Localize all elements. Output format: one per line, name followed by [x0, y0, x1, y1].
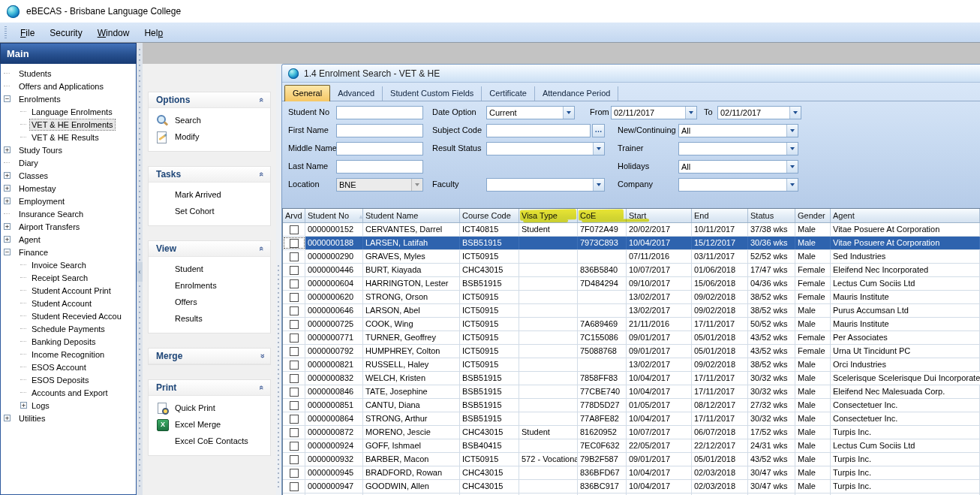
sidebar-splitter[interactable]: ‹	[137, 43, 143, 495]
chevron-down-icon[interactable]	[786, 125, 798, 137]
panel-options-header[interactable]: Options«	[149, 92, 270, 108]
chevron-down-icon[interactable]	[786, 161, 798, 173]
chevron-down-icon[interactable]	[786, 179, 798, 191]
chevron-down-icon[interactable]	[789, 107, 801, 119]
sidebar-item-accounts-and-export[interactable]: Accounts and Export	[1, 386, 136, 399]
sidebar-item-student-account[interactable]: Student Account	[1, 297, 136, 309]
cell-arvd[interactable]	[283, 412, 305, 425]
enrolments-action[interactable]: Enrolments	[149, 277, 270, 294]
table-row[interactable]: 0000000446BURT, KiayadaCHC43015836B58401…	[283, 264, 980, 277]
cell-arvd[interactable]	[283, 291, 305, 303]
column-header-arvd[interactable]: Arvd	[283, 209, 305, 222]
column-header-student_name[interactable]: Student Name	[363, 209, 460, 222]
cell-arvd[interactable]	[283, 318, 305, 331]
table-row[interactable]: 0000000932BARBER, MaconICT50915572 - Voc…	[283, 453, 980, 466]
cell-arvd[interactable]	[283, 358, 305, 371]
sidebar-item-enrolments[interactable]: −Enrolments	[1, 92, 136, 105]
sidebar-item-classes[interactable]: +Classes	[1, 169, 136, 182]
chevron-down-icon[interactable]	[563, 107, 574, 119]
arrived-checkbox[interactable]	[290, 455, 299, 464]
chevron-collapse-icon[interactable]: «	[257, 172, 266, 177]
menu-window[interactable]: Window	[90, 25, 137, 42]
table-row[interactable]: 0000000152CERVANTES, DarrelICT40815Stude…	[283, 223, 980, 237]
sidebar-item-income-recognition[interactable]: Income Recognition	[1, 348, 136, 361]
child-window-title-bar[interactable]: 1.4 Enrolment Search - VET & HE	[282, 65, 980, 83]
sidebar-item-vet-he-enrolments[interactable]: VET & HE Enrolments	[1, 118, 136, 131]
sidebar-item-offers-and-applications[interactable]: Offers and Applications	[1, 80, 136, 92]
set-cohort-action[interactable]: Set Cohort	[149, 203, 270, 219]
cell-arvd[interactable]	[283, 304, 305, 317]
chevron-down-icon[interactable]	[593, 179, 604, 191]
sidebar-item-banking-deposits[interactable]: Banking Deposits	[1, 335, 136, 348]
cell-arvd[interactable]	[283, 345, 305, 358]
table-row[interactable]: 0000000771TURNER, GeoffreyICT509157C1550…	[283, 331, 980, 345]
middle-name-input[interactable]	[336, 142, 423, 155]
panel-tasks-header[interactable]: Tasks«	[149, 167, 270, 183]
cell-arvd[interactable]	[283, 399, 305, 412]
collapse-sidebar-arrow-icon[interactable]: ‹	[137, 262, 143, 282]
table-row[interactable]: 0000000792HUMPHREY, ColtonICT50915750887…	[283, 345, 980, 358]
expand-icon[interactable]: +	[4, 415, 11, 421]
search-action[interactable]: Search	[149, 112, 270, 128]
chevron-expand-icon[interactable]: «	[257, 354, 266, 358]
cell-arvd[interactable]	[283, 453, 305, 466]
arrived-checkbox[interactable]	[290, 428, 299, 437]
table-row[interactable]: 0000000872MORENO, JescieCHC43015Student8…	[283, 426, 980, 439]
cell-arvd[interactable]	[283, 223, 305, 236]
cell-arvd[interactable]	[283, 237, 305, 249]
chevron-collapse-icon[interactable]: «	[257, 385, 266, 390]
arrived-checkbox[interactable]	[290, 239, 299, 248]
sidebar-item-diary[interactable]: Diary	[1, 156, 136, 169]
student-no-input[interactable]	[336, 106, 423, 119]
arrived-checkbox[interactable]	[290, 469, 299, 478]
new-continuing-select[interactable]: All	[678, 124, 798, 137]
excel-coe-contacts-action[interactable]: Excel CoE Contacts	[149, 433, 270, 449]
date-option-select[interactable]: Current	[486, 106, 575, 119]
arrived-checkbox[interactable]	[290, 388, 299, 397]
cell-arvd[interactable]	[283, 372, 305, 385]
arrived-checkbox[interactable]	[290, 442, 299, 451]
tab-advanced[interactable]: Advanced	[330, 86, 383, 101]
expand-icon[interactable]: +	[4, 172, 11, 179]
arrived-checkbox[interactable]	[290, 320, 299, 329]
table-row[interactable]: 0000000945BRADFORD, RowanCHC43015836BFD6…	[283, 466, 980, 480]
arrived-checkbox[interactable]	[290, 252, 299, 261]
result-status-select[interactable]	[486, 142, 605, 155]
sidebar-item-esos-account[interactable]: ESOS Account	[1, 361, 136, 373]
offers-action[interactable]: Offers	[149, 294, 270, 310]
cell-arvd[interactable]	[283, 277, 305, 290]
expand-icon[interactable]: +	[20, 402, 27, 409]
trainer-select[interactable]	[678, 142, 798, 155]
holidays-select[interactable]: All	[678, 160, 798, 174]
table-row[interactable]: 0000000864STRONG, ArthurBSB5191577A8FE82…	[283, 412, 980, 426]
table-row[interactable]: 0000000646LARSON, AbelICT5091513/02/2017…	[283, 304, 980, 318]
sidebar-item-vet-he-results[interactable]: VET & HE Results	[1, 131, 136, 143]
cell-arvd[interactable]	[283, 250, 305, 263]
mark-arrived-action[interactable]: Mark Arrived	[149, 186, 270, 203]
arrived-checkbox[interactable]	[290, 361, 299, 370]
table-row[interactable]: 0000000846TATE, JosephineBSB5191577CBE74…	[283, 385, 980, 399]
panel-print-header[interactable]: Print«	[149, 380, 270, 396]
cell-arvd[interactable]	[283, 480, 305, 493]
table-row[interactable]: 0000000604HARRINGTON, LesterBSB519157D48…	[283, 277, 980, 291]
table-row[interactable]: 0000000620STRONG, OrsonICT5091513/02/201…	[283, 291, 980, 304]
column-header-course_code[interactable]: Course Code	[460, 209, 519, 222]
menu-file[interactable]: File	[13, 25, 42, 42]
faculty-select[interactable]	[486, 178, 605, 192]
cell-arvd[interactable]	[283, 331, 305, 344]
arrived-checkbox[interactable]	[290, 347, 299, 356]
sidebar-item-students[interactable]: Students	[1, 67, 136, 80]
panel-merge-header[interactable]: Merge«	[149, 349, 270, 364]
sidebar-item-language-enrolments[interactable]: Language Enrolments	[1, 105, 136, 118]
sidebar-item-logs[interactable]: +Logs	[1, 399, 136, 412]
excel-merge-action[interactable]: Excel Merge	[149, 416, 270, 433]
sidebar-item-receipt-search[interactable]: Receipt Search	[1, 271, 136, 284]
column-header-end[interactable]: End	[692, 209, 748, 222]
cell-arvd[interactable]	[283, 466, 305, 479]
column-header-status[interactable]: Status	[748, 209, 795, 222]
sidebar-item-invoice-search[interactable]: Invoice Search	[1, 258, 136, 271]
tab-certificate[interactable]: Certificate	[482, 86, 535, 101]
arrived-checkbox[interactable]	[290, 306, 299, 315]
results-action[interactable]: Results	[149, 310, 270, 327]
expand-icon[interactable]: +	[4, 185, 11, 192]
